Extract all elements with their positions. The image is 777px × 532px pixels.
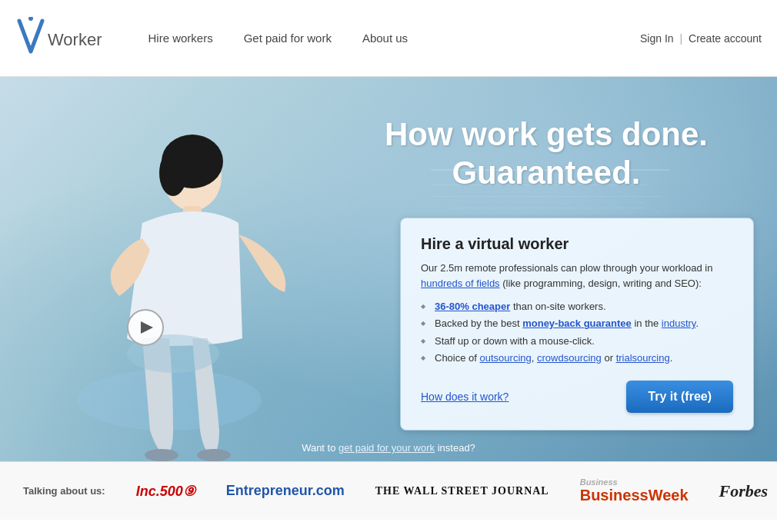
svg-rect-3 [431,196,662,197]
svg-point-11 [159,150,187,196]
logo-text: Worker [48,30,102,50]
auth-separator: | [680,32,683,45]
info-box-title: Hire a virtual worker [421,235,733,253]
desc-text-before: Our 2.5m remote professionals can plow t… [421,262,712,274]
auth-links: Sign In | Create account [640,32,762,45]
want-paid-before: Want to [302,442,338,454]
industry-link[interactable]: industry [662,318,696,329]
info-box-desc: Our 2.5m remote professionals can plow t… [421,261,733,291]
svg-point-0 [28,17,33,21]
play-button[interactable] [127,309,164,346]
talking-label: Talking about us: [23,485,105,497]
cheaper-link[interactable]: 36-80% cheaper [435,301,510,312]
want-paid-after: instead? [438,442,475,454]
bullet-staffing: Staff up or down with a mouse-click. [421,333,733,350]
hundreds-of-fields-link[interactable]: hundreds of fields [421,278,500,289]
create-account-link[interactable]: Create account [689,32,762,45]
hero-section: How work gets done. Guaranteed. Hire a v… [0,77,777,461]
bullet-sourcing: Choice of outsourcing, crowdsourcing or … [421,350,733,367]
bullet-guarantee: Backed by the best money-back guarantee … [421,315,733,332]
headline-line1: How work gets done. [331,115,762,154]
headline-line2: Guaranteed. [331,154,762,192]
get-paid-link[interactable]: get paid for your work [338,442,435,454]
outsourcing-link[interactable]: outsourcing [480,352,532,364]
press-logo-inc: Inc.500⑨ [136,483,195,500]
nav-get-paid[interactable]: Get paid for work [244,32,332,45]
nav-about-us[interactable]: About us [362,32,408,45]
try-it-button[interactable]: Try it (free) [626,381,733,413]
signin-link[interactable]: Sign In [640,32,674,45]
press-bar: Talking about us: Inc.500⑨ Entrepreneur.… [0,461,777,520]
hero-headline: How work gets done. Guaranteed. [331,115,762,193]
hero-woman-image [23,92,315,461]
press-logo-businessweek: Business BusinessWeek [580,477,689,504]
money-back-link[interactable]: money-back guarantee [522,318,632,329]
bullet-cheaper: 36-80% cheaper than on-site workers. [421,298,733,315]
info-box-actions: How does it work? Try it (free) [421,381,733,413]
trialsourcing-link[interactable]: trialsourcing [616,352,670,364]
desc-text-after: (like programming, design, writing and S… [502,278,702,289]
info-box-bullets: 36-80% cheaper than on-site workers. Bac… [421,298,733,367]
main-nav: Hire workers Get paid for work About us [148,32,641,45]
crowdsourcing-link[interactable]: crowdsourcing [537,352,602,364]
svg-rect-4 [446,208,646,208]
nav-hire-workers[interactable]: Hire workers [148,32,213,45]
how-does-it-work-link[interactable]: How does it work? [421,391,509,403]
info-box: Hire a virtual worker Our 2.5m remote pr… [400,218,754,431]
want-paid-bar: Want to get paid for your work instead? [0,442,777,454]
press-logo-entrepreneur: Entrepreneur.com [226,483,345,499]
v-logo-icon [15,17,46,59]
press-logo-wsj: THE WALL STREET JOURNAL [375,485,549,497]
press-logo-forbes: Forbes [719,481,769,501]
page-header: Worker Hire workers Get paid for work Ab… [0,0,777,77]
logo[interactable]: Worker [15,17,102,59]
